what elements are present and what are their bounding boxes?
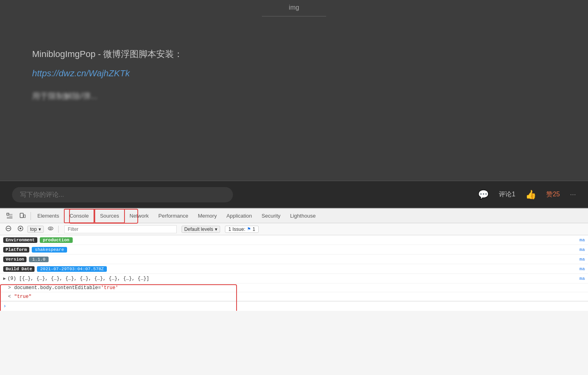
devtools-panel: Elements Console Sources Network Perform… [0, 208, 588, 375]
tab-separator [31, 212, 31, 220]
svg-rect-6 [20, 228, 21, 229]
platform-label: Platform [3, 247, 29, 253]
comment-input[interactable] [12, 187, 233, 202]
env-value: production [40, 237, 73, 243]
svg-rect-1 [20, 213, 23, 218]
issue-flag-icon: ⚑ [247, 226, 251, 232]
more-options-icon[interactable]: ··· [570, 190, 576, 199]
result-value: "true" [14, 294, 31, 300]
stop-btn[interactable] [15, 225, 26, 233]
execution-context-selector[interactable]: top ▾ [27, 226, 44, 233]
devtools-tabs-bar: Elements Console Sources Network Perform… [0, 209, 588, 223]
log-environment: Environment production ma [0, 235, 588, 245]
comment-count: 评论1 [499, 190, 515, 199]
tab-elements[interactable]: Elements [33, 209, 64, 223]
img-label: img [289, 4, 299, 11]
svg-rect-0 [7, 213, 9, 215]
platform-value: shakespeare [32, 247, 67, 253]
page-title: MiniblogImgPop - 微博浮图脚本安装： [32, 48, 183, 60]
devtools-toolbar: top ▾ Default levels ▾ 1 Issue: ⚑ 1 [0, 223, 588, 235]
page-link[interactable]: https://dwz.cn/WajhZKTk [32, 68, 130, 79]
env-source[interactable]: ma [580, 238, 585, 243]
issue-text: 1 Issue: [229, 226, 245, 232]
result-left-arrow: < [8, 294, 11, 300]
tab-application[interactable]: Application [222, 209, 257, 223]
log-platform: Platform shakespeare ma [0, 245, 588, 255]
like-count: 赞25 [546, 190, 560, 199]
console-filter-input[interactable] [64, 225, 177, 233]
cmd-right-arrow: > [8, 285, 11, 291]
img-line [262, 16, 326, 16]
issue-count: 1 [253, 226, 255, 232]
console-prompt[interactable]: › [0, 301, 588, 311]
page-blurred-text: 用于限制解除/弹... [32, 91, 97, 102]
array-log-row: ▶ (9) [{…}, {…}, {…}, {…}, {…}, {…}, {…}… [0, 274, 588, 283]
console-output: Environment production ma Platform shake… [0, 235, 588, 311]
toolbar-separator [58, 226, 59, 233]
result-row: < "true" [0, 292, 588, 301]
prompt-arrow-icon: › [3, 303, 6, 309]
env-label: Environment [3, 237, 37, 243]
array-expand-toggle[interactable]: ▶ [3, 276, 6, 281]
version-source[interactable]: ma [580, 257, 585, 262]
default-levels-label: Default levels [184, 226, 213, 232]
platform-source[interactable]: ma [580, 247, 585, 252]
default-levels-dropdown[interactable]: Default levels ▾ [182, 226, 220, 233]
tab-network[interactable]: Network [125, 209, 154, 223]
highlighted-rows-container: > document.body.contentEditable='true' <… [0, 283, 588, 301]
array-text: (9) [{…}, {…}, {…}, {…}, {…}, {…}, {…}, … [8, 276, 149, 281]
log-build-date: Build Date 2021-07-29T03:04:07.578Z ma [0, 264, 588, 274]
cmd-text: document.body.contentEditable='true' [14, 285, 118, 291]
tab-sources[interactable]: Sources [94, 209, 125, 223]
svg-point-7 [48, 227, 53, 230]
device-toolbar-btn[interactable] [16, 211, 29, 221]
svg-rect-2 [24, 215, 25, 218]
comment-icon: 💬 [478, 190, 489, 200]
comment-bar: 💬 评论1 👍 赞25 ··· [0, 181, 588, 208]
build-source[interactable]: ma [580, 267, 585, 271]
tab-console[interactable]: Console [64, 209, 94, 223]
svg-point-8 [50, 228, 51, 229]
array-source[interactable]: ma [580, 276, 585, 281]
tab-lighthouse[interactable]: Lighthouse [285, 209, 321, 223]
eye-btn[interactable] [45, 225, 56, 233]
version-label: Version [3, 257, 27, 262]
tab-performance[interactable]: Performance [153, 209, 193, 223]
tab-memory[interactable]: Memory [193, 209, 222, 223]
browser-content: img MiniblogImgPop - 微博浮图脚本安装： https://d… [0, 0, 588, 181]
build-label: Build Date [3, 266, 35, 272]
cmd-string-value: 'true' [101, 285, 118, 291]
console-content-wrapper: Environment production ma Platform shake… [0, 235, 588, 311]
inspect-element-btn[interactable] [3, 211, 16, 221]
top-label: top [30, 226, 37, 232]
build-value: 2021-07-29T03:04:07.578Z [37, 266, 107, 272]
levels-arrow: ▾ [215, 226, 217, 232]
clear-console-btn[interactable] [3, 225, 14, 233]
comment-actions: 💬 评论1 👍 赞25 ··· [478, 190, 576, 200]
dropdown-arrow: ▾ [39, 226, 41, 232]
tab-security[interactable]: Security [257, 209, 285, 223]
like-icon: 👍 [525, 190, 536, 200]
issues-badge[interactable]: 1 Issue: ⚑ 1 [225, 226, 259, 233]
command-input-row: > document.body.contentEditable='true' [0, 283, 588, 292]
version-value: 1.1.0 [29, 257, 49, 262]
log-version: Version 1.1.0 ma [0, 255, 588, 264]
